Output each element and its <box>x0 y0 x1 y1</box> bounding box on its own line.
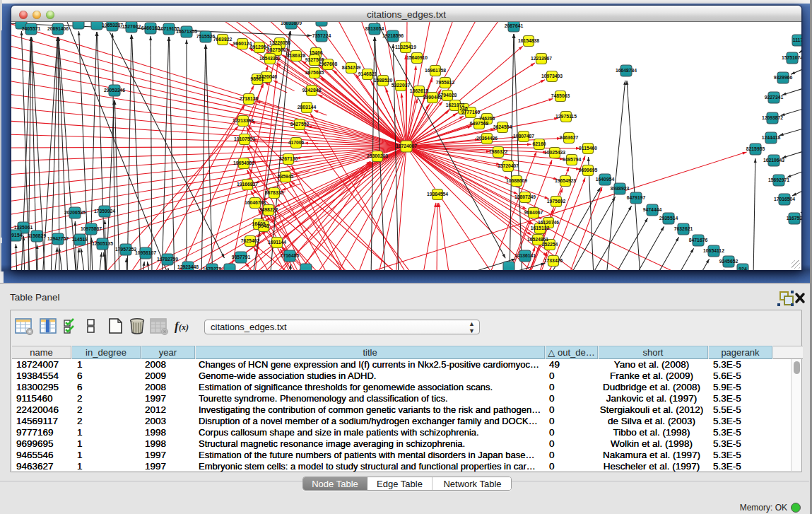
svg-text:13226058: 13226058 <box>269 40 290 45</box>
svg-text:19166827: 19166827 <box>237 182 258 187</box>
svg-text:7663822: 7663822 <box>213 37 233 42</box>
svg-text:16524861: 16524861 <box>527 237 548 242</box>
svg-text:1588520: 1588520 <box>374 78 393 83</box>
svg-text:12213967: 12213967 <box>531 56 552 61</box>
svg-text:1691144: 1691144 <box>268 240 286 245</box>
svg-text:18724007: 18724007 <box>396 144 417 148</box>
svg-text:9699695: 9699695 <box>579 168 598 173</box>
svg-text:6497568: 6497568 <box>470 121 489 126</box>
svg-text:10107553: 10107553 <box>234 136 255 141</box>
svg-text:10973493: 10973493 <box>541 74 563 78</box>
svg-text:15466: 15466 <box>310 50 323 55</box>
svg-text:16782759: 16782759 <box>157 257 178 262</box>
svg-text:12093872: 12093872 <box>762 115 783 120</box>
svg-text:39154: 39154 <box>11 233 23 238</box>
svg-text:3675685: 3675685 <box>305 70 324 75</box>
svg-text:11325419: 11325419 <box>395 45 416 49</box>
svg-text:12942757: 12942757 <box>47 236 69 241</box>
svg-text:1244418: 1244418 <box>762 135 781 140</box>
svg-text:17016504: 17016504 <box>774 197 795 201</box>
svg-text:7485063: 7485063 <box>551 93 570 98</box>
svg-text:62160: 62160 <box>533 141 546 146</box>
svg-text:7632621: 7632621 <box>674 226 693 231</box>
svg-text:16154838: 16154838 <box>518 38 539 43</box>
svg-text:6479197: 6479197 <box>627 195 646 200</box>
svg-text:10653287: 10653287 <box>102 23 123 28</box>
svg-text:9227341: 9227341 <box>765 95 784 100</box>
svg-text:16120746: 16120746 <box>538 220 559 225</box>
svg-text:2967608: 2967608 <box>319 62 338 66</box>
svg-text:116753: 116753 <box>787 216 801 221</box>
svg-text:2718126: 2718126 <box>240 96 259 101</box>
svg-text:10654112: 10654112 <box>703 248 724 253</box>
svg-text:1615132: 1615132 <box>531 226 550 230</box>
svg-text:1640954: 1640954 <box>596 177 615 182</box>
svg-text:20364436: 20364436 <box>476 136 498 141</box>
svg-text:535945: 535945 <box>278 174 294 179</box>
svg-text:8427552: 8427552 <box>290 122 310 127</box>
svg-text:3498222: 3498222 <box>259 207 278 212</box>
svg-text:8938923: 8938923 <box>611 186 630 191</box>
svg-text:10807487: 10807487 <box>513 134 534 139</box>
svg-text:8215955: 8215955 <box>746 146 765 151</box>
svg-text:16033809: 16033809 <box>281 22 302 25</box>
svg-text:924: 924 <box>739 267 747 270</box>
svg-text:2405571: 2405571 <box>22 26 41 31</box>
svg-text:1527602: 1527602 <box>122 24 141 29</box>
svg-text:10958107: 10958107 <box>135 250 156 255</box>
svg-text:19654923: 19654923 <box>555 178 576 183</box>
svg-text:10975867: 10975867 <box>81 226 102 231</box>
svg-text:9827500: 9827500 <box>267 47 286 52</box>
svg-text:7515526: 7515526 <box>196 34 216 39</box>
svg-text:9857791: 9857791 <box>232 255 251 259</box>
svg-text:9329966: 9329966 <box>774 75 793 80</box>
svg-text:19218596: 19218596 <box>382 33 404 38</box>
svg-text:2087641: 2087641 <box>505 23 524 28</box>
svg-text:25300203: 25300203 <box>367 153 388 158</box>
svg-text:8912954: 8912954 <box>250 45 269 49</box>
svg-text:16046788: 16046788 <box>245 200 266 205</box>
svg-text:12213363: 12213363 <box>233 118 254 123</box>
svg-text:9474444: 9474444 <box>643 207 662 212</box>
svg-text:1117: 1117 <box>793 37 801 42</box>
svg-text:746266: 746266 <box>479 116 495 121</box>
svg-text:16210643: 16210643 <box>763 158 784 163</box>
svg-text:8678335: 8678335 <box>265 190 284 195</box>
svg-text:16671355: 16671355 <box>176 29 197 34</box>
svg-text:8813054: 8813054 <box>365 26 384 31</box>
svg-text:9948: 9948 <box>258 223 269 228</box>
svg-text:1975692: 1975692 <box>547 199 566 204</box>
svg-text:9115460: 9115460 <box>579 146 597 151</box>
svg-text:417006: 417006 <box>288 140 305 145</box>
svg-text:14136141: 14136141 <box>514 253 536 258</box>
svg-text:12505135: 12505135 <box>92 241 113 246</box>
svg-text:1733426: 1733426 <box>544 258 563 263</box>
svg-text:(x): (x) <box>179 322 189 332</box>
svg-text:252254: 252254 <box>542 242 558 247</box>
svg-text:1362615: 1362615 <box>410 88 429 93</box>
svg-text:7986322: 7986322 <box>489 149 508 154</box>
svg-text:12975115: 12975115 <box>555 114 577 119</box>
svg-text:3267130: 3267130 <box>279 156 298 161</box>
svg-text:9084067: 9084067 <box>524 210 543 215</box>
svg-text:15640910: 15640910 <box>406 55 428 60</box>
svg-text:7955812: 7955812 <box>436 80 455 85</box>
svg-text:12923448: 12923448 <box>177 264 199 269</box>
svg-text:15751074: 15751074 <box>782 55 801 60</box>
svg-text:1678275: 1678275 <box>203 267 222 270</box>
svg-text:19654983: 19654983 <box>233 160 254 165</box>
svg-text:1156829: 1156829 <box>28 233 46 238</box>
svg-text:9777169: 9777169 <box>461 110 481 115</box>
svg-text:16961758: 16961758 <box>425 68 446 73</box>
svg-text:8186328: 8186328 <box>287 53 306 58</box>
svg-text:1335061: 1335061 <box>14 225 33 230</box>
svg-text:7625402: 7625402 <box>241 238 260 243</box>
svg-text:6794028: 6794028 <box>438 93 457 98</box>
svg-text:18807249: 18807249 <box>514 194 536 199</box>
svg-text:9242848: 9242848 <box>302 88 322 93</box>
svg-text:9245652: 9245652 <box>719 259 739 264</box>
svg-text:15720407: 15720407 <box>498 163 519 168</box>
svg-text:9660124: 9660124 <box>233 41 252 46</box>
svg-text:19384554: 19384554 <box>427 192 448 197</box>
svg-text:17359924: 17359924 <box>94 209 115 214</box>
